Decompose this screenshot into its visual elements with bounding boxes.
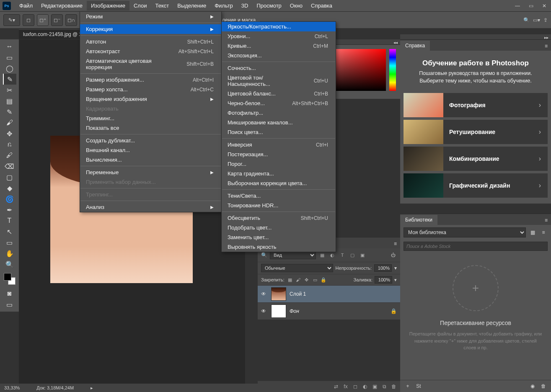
hue-slider[interactable]: [389, 49, 396, 91]
minimize-button[interactable]: —: [513, 3, 522, 9]
library-drop-zone[interactable]: + Перетаскивание ресурсов Перетащите фай…: [400, 253, 551, 360]
menu-item[interactable]: Тени/Света...: [222, 191, 336, 201]
tool-10[interactable]: 🖋: [3, 150, 16, 161]
visibility-icon[interactable]: 👁: [261, 308, 268, 314]
menu-item[interactable]: Заменить цвет...: [222, 232, 336, 242]
menu-item[interactable]: Экспозиция...: [222, 51, 336, 60]
menu-item[interactable]: Постеризация...: [222, 150, 336, 159]
menu-item[interactable]: Фотофильтр...: [222, 108, 336, 118]
menubar-item-изображение[interactable]: Изображение: [87, 1, 129, 10]
menu-item[interactable]: Тримминг...: [80, 113, 221, 123]
menubar-item-текст[interactable]: Текст: [151, 1, 173, 10]
tool-5[interactable]: ▤: [3, 95, 16, 106]
filter-type-icon[interactable]: T: [339, 251, 346, 259]
filter-toggle[interactable]: ⏻: [389, 251, 397, 259]
layer-name[interactable]: Фон: [290, 308, 299, 314]
tool-2[interactable]: ◯: [3, 63, 16, 74]
list-view-icon[interactable]: ≡: [539, 228, 548, 237]
tool-14[interactable]: 🌀: [3, 193, 16, 204]
menubar-item-редактирование[interactable]: Редактирование: [37, 1, 87, 10]
status-arrow-icon[interactable]: ▸: [91, 385, 93, 391]
menu-item[interactable]: Карта градиента...: [222, 169, 336, 178]
lock-artboard-icon[interactable]: ▭: [312, 276, 318, 283]
menubar-item-файл[interactable]: Файл: [15, 1, 37, 10]
menubar-item-справка[interactable]: Справка: [307, 1, 336, 10]
tool-13[interactable]: ◆: [3, 183, 16, 193]
grid-view-icon[interactable]: ▦: [528, 228, 537, 237]
blend-mode-select[interactable]: Обычные: [261, 264, 333, 272]
color-swatches[interactable]: [4, 273, 16, 285]
menu-item[interactable]: АвтоконтрастAlt+Shift+Ctrl+L: [80, 46, 221, 56]
lock-all-icon[interactable]: 🔒: [320, 276, 327, 283]
menu-item[interactable]: Внешний канал...: [80, 145, 221, 155]
fill-input[interactable]: [375, 276, 392, 284]
menu-item[interactable]: Размер изображения...Alt+Ctrl+I: [80, 75, 221, 85]
tab-help[interactable]: Справка: [400, 41, 430, 51]
learn-card[interactable]: Фотография›: [404, 93, 548, 117]
menu-item[interactable]: Подобрать цвет...: [222, 223, 336, 232]
menu-item[interactable]: Вращение изображения▶: [80, 94, 221, 104]
library-select[interactable]: Моя библиотека: [404, 227, 526, 237]
tool-4[interactable]: ✂: [3, 85, 16, 95]
menu-item[interactable]: Размер холста...Alt+Ctrl+C: [80, 85, 221, 94]
layer-row[interactable]: 👁Слой 1: [258, 285, 400, 302]
panel-menu-icon[interactable]: ≡: [391, 239, 400, 248]
tool-18[interactable]: ▭: [3, 237, 16, 248]
menu-item[interactable]: Сочность...: [222, 63, 336, 73]
menu-item[interactable]: Выровнять яркость: [222, 242, 336, 252]
filter-adjust-icon[interactable]: ◐: [329, 251, 336, 259]
filter-smart-icon[interactable]: ▣: [359, 251, 366, 259]
selection-intersect-button[interactable]: ◻∩: [65, 14, 77, 26]
menu-item[interactable]: Вычисления...: [80, 155, 221, 165]
menu-item[interactable]: Создать дубликат...: [80, 136, 221, 145]
menu-item[interactable]: Яркость/Контрастность...: [222, 22, 336, 31]
tool-0[interactable]: ↔: [3, 41, 16, 52]
lock-brush-icon[interactable]: 🖌: [295, 276, 302, 283]
chevron-down-icon[interactable]: ▾: [394, 277, 397, 283]
stock-icon[interactable]: St: [414, 382, 423, 390]
learn-card[interactable]: Ретуширование›: [404, 120, 548, 144]
delete-icon[interactable]: 🗑: [390, 383, 398, 390]
menu-item[interactable]: Микширование каналов...: [222, 118, 336, 127]
opacity-input[interactable]: [374, 264, 392, 272]
tool-15[interactable]: ✒: [3, 204, 16, 215]
chevron-down-icon[interactable]: ▾: [394, 265, 397, 271]
tool-12[interactable]: ▢: [3, 172, 16, 183]
tool-6[interactable]: ✎: [3, 106, 16, 117]
tool-9[interactable]: ⎌: [3, 139, 16, 150]
cc-sync-icon[interactable]: ◉: [528, 382, 537, 390]
menu-item[interactable]: Цветовой тон/Насыщенность...Ctrl+U: [222, 73, 336, 89]
layer-row[interactable]: 👁Фон🔒: [258, 302, 400, 320]
quickmask-toggle[interactable]: ◙: [3, 288, 16, 299]
tool-7[interactable]: 🖌: [3, 117, 16, 128]
menu-item[interactable]: Показать все: [80, 123, 221, 133]
menu-item[interactable]: Выборочная коррекция цвета...: [222, 178, 336, 188]
group-icon[interactable]: ▣: [371, 383, 378, 390]
layer-name[interactable]: Слой 1: [290, 291, 306, 297]
filter-shape-icon[interactable]: ▢: [349, 251, 356, 259]
maximize-button[interactable]: ▭: [527, 3, 535, 9]
tool-8[interactable]: ✥: [3, 128, 16, 139]
tool-preset-picker[interactable]: ✎▾: [3, 14, 20, 26]
layer-filter-type[interactable]: Вид: [270, 251, 316, 259]
lock-position-icon[interactable]: ✥: [303, 276, 310, 283]
library-search-input[interactable]: [404, 242, 548, 251]
menu-item[interactable]: Анализ▶: [80, 202, 221, 212]
zoom-level[interactable]: 33,33%: [4, 385, 20, 390]
menu-item[interactable]: Тонирование HDR...: [222, 201, 336, 210]
tool-17[interactable]: ↖: [3, 226, 16, 237]
selection-subtract-button[interactable]: ◻⁻: [51, 14, 63, 26]
menu-item[interactable]: Порог...: [222, 159, 336, 169]
menu-item[interactable]: Кривые...Ctrl+M: [222, 41, 336, 51]
lock-pixels-icon[interactable]: ▦: [287, 276, 293, 283]
visibility-icon[interactable]: 👁: [261, 291, 268, 297]
panel-menu-icon[interactable]: ≡: [541, 216, 551, 225]
menubar-item-окно[interactable]: Окно: [286, 1, 307, 10]
tool-3[interactable]: ✎: [3, 74, 16, 85]
selection-add-button[interactable]: ◻⁺: [37, 14, 49, 26]
share-icon[interactable]: ⇪: [543, 17, 548, 23]
delete-icon[interactable]: 🗑: [539, 382, 548, 390]
menubar-item-3d[interactable]: 3D: [237, 1, 253, 10]
menu-item[interactable]: АвтотонShift+Ctrl+L: [80, 37, 221, 46]
menu-item[interactable]: Уровни...Ctrl+L: [222, 31, 336, 41]
